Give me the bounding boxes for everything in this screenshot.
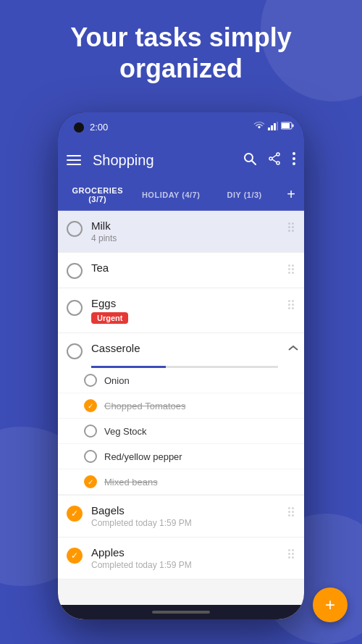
app-title: Shopping [93,152,243,169]
tab-holiday[interactable]: HOLIDAY (4/7) [134,182,207,208]
svg-rect-1 [271,125,273,130]
progress-bar-fill [91,366,166,368]
home-indicator [152,611,210,614]
svg-point-12 [277,153,279,156]
sub-checkbox-red-pepper[interactable] [84,450,97,463]
svg-point-19 [292,162,295,165]
phone-shell: 2:00 [58,112,304,619]
task-item-eggs: Eggs Urgent [58,288,304,333]
phone-bottom-bar [58,605,304,619]
svg-rect-7 [67,155,81,156]
sub-item-text-veg-stock: Veg Stock [104,426,147,437]
tab-bar: GROCERIES (3/7) HOLIDAY (4/7) DIY (1/3) … [58,179,304,211]
sub-checkbox-mixed-beans[interactable] [84,475,97,488]
svg-point-18 [292,157,295,160]
status-bar: 2:00 [58,112,304,141]
svg-rect-9 [67,164,81,165]
more-options-icon[interactable] [292,152,295,169]
sub-items-list: Onion Chopped Tomatoes Veg Stock Red/yel… [58,368,304,495]
svg-line-16 [272,159,277,162]
task-subtitle-apples: Completed today 1:59 PM [91,560,284,570]
svg-rect-5 [282,123,290,128]
svg-rect-8 [67,159,81,161]
task-content-tea: Tea [91,262,284,274]
task-item-milk: Milk 4 pints [58,211,304,253]
task-content-apples: Apples Completed today 1:59 PM [91,546,284,570]
app-bar: Shopping [58,141,304,179]
progress-bar-container [91,366,278,368]
task-item-bagels: Bagels Completed today 1:59 PM [58,495,304,538]
svg-point-17 [292,152,295,155]
task-item-apples: Apples Completed today 1:59 PM [58,538,304,580]
task-item-casserole: Casserole [58,333,304,368]
urgent-badge: Urgent [91,312,128,324]
share-icon[interactable] [268,152,281,169]
svg-point-14 [277,162,279,164]
task-checkbox-apples[interactable] [67,548,83,564]
task-subtitle-bagels: Completed today 1:59 PM [91,518,284,528]
add-list-button[interactable]: + [281,180,301,209]
svg-rect-6 [292,125,294,127]
drag-handle-milk [284,219,298,235]
svg-rect-2 [274,123,276,130]
task-subtitle-milk: 4 pints [91,233,284,243]
task-title-apples: Apples [91,546,284,559]
phone-camera [74,122,84,133]
drag-handle-eggs [284,297,298,312]
task-checkbox-tea[interactable] [67,263,83,279]
sub-checkbox-chopped-tomatoes[interactable] [84,399,97,412]
fab-button[interactable]: + [313,587,348,622]
svg-line-11 [252,160,256,164]
tab-groceries[interactable]: GROCERIES (3/7) [61,177,134,212]
task-list: Milk 4 pints Tea Egg [58,211,304,619]
signal-icon [268,122,278,133]
sub-item-chopped-tomatoes: Chopped Tomatoes [58,393,304,419]
search-icon[interactable] [243,152,256,169]
svg-rect-3 [277,122,278,130]
app-bar-actions [243,152,295,169]
task-item-tea: Tea [58,253,304,288]
drag-handle-apples [284,546,298,561]
sub-checkbox-veg-stock[interactable] [84,425,97,438]
drag-handle-bagels [284,504,298,519]
task-title-casserole: Casserole [91,342,298,354]
task-title-bagels: Bagels [91,504,284,517]
tab-diy[interactable]: DIY (1/3) [208,182,281,208]
status-time: 2:00 [90,122,108,133]
task-title-eggs: Eggs [91,297,284,309]
drag-handle-tea [284,262,298,277]
task-checkbox-casserole[interactable] [67,343,83,359]
task-checkbox-eggs[interactable] [67,300,83,316]
svg-line-15 [272,155,277,158]
sub-item-veg-stock: Veg Stock [58,419,304,444]
sub-item-text-red-pepper: Red/yellow pepper [104,451,182,462]
task-content-milk: Milk 4 pints [91,219,284,243]
task-content-casserole: Casserole [91,342,298,354]
sub-item-mixed-beans: Mixed beans [58,469,304,495]
task-title-milk: Milk [91,219,284,232]
sub-item-text-chopped-tomatoes: Chopped Tomatoes [104,401,186,411]
svg-rect-0 [268,127,270,130]
svg-point-13 [269,157,272,160]
sub-item-text-mixed-beans: Mixed beans [104,477,158,488]
sub-item-red-pepper: Red/yellow pepper [58,444,304,469]
sub-checkbox-onion[interactable] [84,374,97,387]
hero-text: Your tasks simply organized [0,22,362,84]
sub-item-onion: Onion [58,368,304,393]
task-content-bagels: Bagels Completed today 1:59 PM [91,504,284,528]
task-checkbox-bagels[interactable] [67,506,83,522]
task-content-eggs: Eggs Urgent [91,297,284,324]
task-checkbox-milk[interactable] [67,221,83,237]
hamburger-icon[interactable] [67,152,81,169]
task-title-tea: Tea [91,262,284,274]
wifi-icon [253,122,265,133]
battery-icon [281,122,294,132]
expand-icon[interactable] [288,342,298,354]
status-icons [253,122,294,133]
sub-item-text-onion: Onion [104,375,130,386]
